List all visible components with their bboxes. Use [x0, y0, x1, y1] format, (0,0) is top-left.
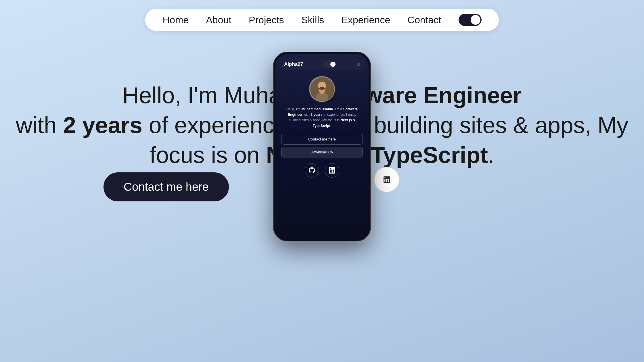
hero-years: 2 years: [63, 112, 142, 138]
phone-github-icon: [309, 167, 315, 174]
bio-part3: with: [302, 113, 310, 117]
phone-bio: Hello, I'm Muhammad Usama. I'm a Softwar…: [281, 107, 363, 129]
nav-home[interactable]: Home: [162, 14, 189, 26]
nav-about[interactable]: About: [206, 14, 231, 26]
phone-social-icons: [305, 163, 339, 178]
bio-intro: Hello, I'm: [286, 107, 302, 111]
phone-github-button[interactable]: [305, 163, 319, 178]
linkedin-icon-bg[interactable]: [374, 167, 400, 192]
phone-navbar: Alpha97 ≡: [279, 58, 365, 70]
phone-linkedin-icon: [329, 167, 335, 174]
phone-toggle-knob: [330, 62, 336, 67]
main-navbar: Home About Projects Skills Experience Co…: [145, 9, 499, 31]
bio-period: .: [330, 124, 331, 128]
phone-linkedin-button[interactable]: [325, 163, 339, 178]
phone-theme-toggle[interactable]: [323, 61, 336, 68]
contact-me-button-bg[interactable]: Contact me here: [103, 172, 229, 201]
phone-avatar: [309, 76, 335, 102]
phone-cv-button[interactable]: Download CV: [281, 147, 363, 157]
nav-projects[interactable]: Projects: [249, 14, 284, 26]
nav-contact[interactable]: Contact: [407, 14, 441, 26]
bio-years: 2 years: [310, 113, 322, 117]
theme-toggle[interactable]: [459, 14, 482, 26]
nav-skills[interactable]: Skills: [301, 14, 324, 26]
phone-nav-title: Alpha97: [284, 61, 303, 67]
phone-content: Hello, I'm Muhammad Usama. I'm a Softwar…: [275, 70, 369, 239]
phone-menu-icon[interactable]: ≡: [356, 61, 360, 68]
bio-part2: . I'm a: [333, 107, 343, 111]
nav-experience[interactable]: Experience: [341, 14, 390, 26]
bio-name: Muhammad Usama: [302, 107, 333, 111]
phone-mockup-wrapper: Alpha97 ≡: [273, 52, 371, 241]
avatar-image: [310, 78, 334, 101]
toggle-knob: [471, 15, 480, 25]
phone-device: Alpha97 ≡: [273, 52, 371, 241]
linkedin-svg-bg: [384, 176, 390, 183]
phone-contact-button[interactable]: Contact me here: [281, 134, 363, 145]
phone-screen: Alpha97 ≡: [275, 54, 369, 239]
hero-line2-suffix: ng sites & apps, My: [428, 112, 628, 138]
